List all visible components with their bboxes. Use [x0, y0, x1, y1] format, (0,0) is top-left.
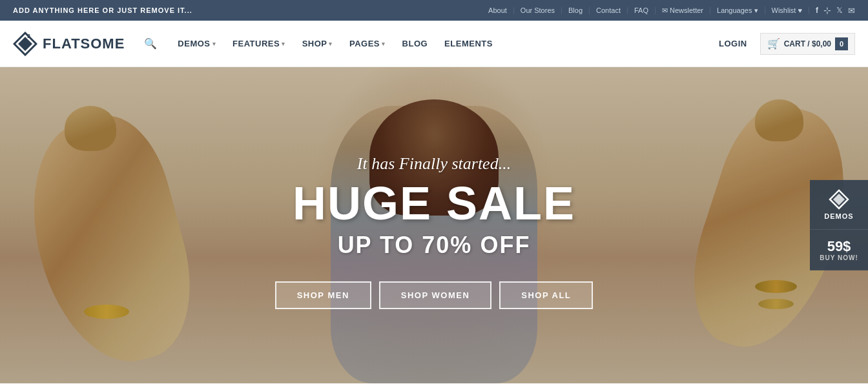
top-nav-faq[interactable]: FAQ [628, 7, 656, 14]
facebook-icon[interactable]: f [816, 6, 818, 15]
header-actions: LOGIN 🛒 CART / $0,00 0 [719, 33, 855, 55]
top-nav-newsletter[interactable]: ✉ Newsletter [656, 7, 710, 14]
top-bar-nav: About Our Stores Blog Contact FAQ ✉ News… [482, 5, 855, 15]
side-panel-demos[interactable]: DEMOS [810, 180, 868, 230]
cart-icon: 🛒 [767, 37, 780, 50]
main-header: 3 FLATSOME 🔍 DEMOS ▾ FEATURES ▾ SHOP ▾ P… [0, 21, 868, 67]
side-panel: DEMOS 59$ BUY NOW! [810, 180, 868, 270]
top-bar: ADD ANYTHING HERE OR JUST REMOVE IT... A… [0, 0, 868, 21]
search-button[interactable]: 🔍 [144, 37, 157, 50]
top-nav-contact[interactable]: Contact [590, 7, 628, 14]
shop-all-button[interactable]: SHOP ALL [499, 281, 593, 309]
top-nav-stores[interactable]: Our Stores [514, 7, 562, 14]
hero-subtitle: It has Finally started... [357, 154, 511, 174]
top-nav-blog[interactable]: Blog [562, 7, 590, 14]
chevron-down-icon: ▾ [212, 41, 216, 47]
top-nav-wishlist[interactable]: Wishlist ♥ [765, 7, 809, 14]
flatsome-icon [829, 189, 849, 210]
email-icon[interactable]: ✉ [848, 6, 855, 15]
side-panel-buy[interactable]: 59$ BUY NOW! [810, 230, 868, 270]
hero-content: It has Finally started... HUGE SALE UP T… [0, 67, 868, 383]
top-nav-about[interactable]: About [482, 7, 514, 14]
announcement-text: ADD ANYTHING HERE OR JUST REMOVE IT... [13, 6, 192, 14]
nav-features[interactable]: FEATURES ▾ [225, 21, 293, 67]
chevron-down-icon: ▾ [282, 41, 285, 47]
cart-button[interactable]: 🛒 CART / $0,00 0 [760, 33, 855, 55]
social-links: f ⊹ 𝕏 ✉ [809, 5, 855, 15]
cart-count-badge: 0 [835, 37, 848, 50]
nav-pages[interactable]: PAGES ▾ [342, 21, 393, 67]
twitter-icon[interactable]: 𝕏 [836, 6, 843, 15]
shop-women-button[interactable]: SHOP WOMEN [379, 281, 492, 309]
logo-icon: 3 [13, 32, 37, 56]
chevron-down-icon: ▾ [382, 41, 386, 47]
shop-men-button[interactable]: SHOP MEN [275, 281, 371, 309]
side-panel-demos-label: DEMOS [816, 212, 862, 220]
main-navigation: DEMOS ▾ FEATURES ▾ SHOP ▾ PAGES ▾ BLOG E… [170, 21, 719, 67]
logo-link[interactable]: 3 FLATSOME [13, 32, 125, 56]
nav-blog[interactable]: BLOG [395, 21, 436, 67]
chevron-down-icon: ▾ [329, 41, 333, 47]
top-nav-languages[interactable]: Languages ▾ [710, 7, 765, 14]
side-panel-buy-label: BUY NOW! [816, 254, 862, 261]
nav-shop[interactable]: SHOP ▾ [294, 21, 340, 67]
instagram-icon[interactable]: ⊹ [823, 5, 831, 15]
hero-discount: UP TO 70% OFF [338, 232, 531, 259]
cart-label: CART / $0,00 [784, 39, 831, 48]
hero-buttons: SHOP MEN SHOP WOMEN SHOP ALL [275, 281, 594, 309]
hero-section: It has Finally started... HUGE SALE UP T… [0, 67, 868, 383]
side-panel-price: 59$ [816, 239, 862, 254]
nav-elements[interactable]: ELEMENTS [437, 21, 501, 67]
login-button[interactable]: LOGIN [719, 39, 747, 48]
hero-title: HUGE SALE [293, 180, 575, 227]
nav-demos[interactable]: DEMOS ▾ [170, 21, 223, 67]
svg-text:3: 3 [27, 33, 30, 39]
logo-text: FLATSOME [43, 35, 125, 52]
